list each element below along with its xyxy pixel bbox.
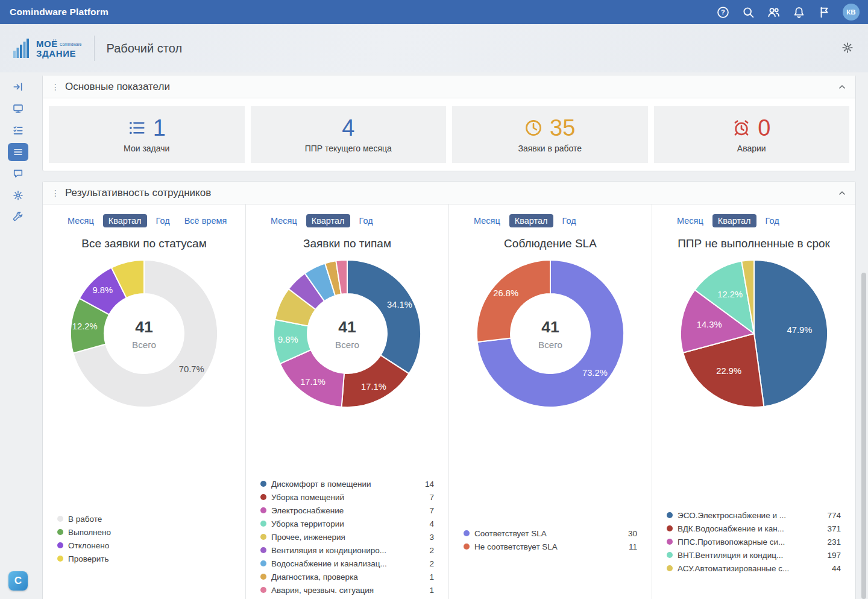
collapse-chevron-icon[interactable] (837, 188, 847, 198)
time-filter-tab[interactable]: Год (557, 214, 582, 227)
chart-slice[interactable] (477, 260, 550, 342)
scrollbar-thumb[interactable] (861, 273, 866, 599)
svg-text:?: ? (721, 8, 725, 16)
legend-item[interactable]: Диагностика, проверка1 (260, 570, 434, 583)
legend-label: Авария, чрезвыч. ситуация (271, 586, 374, 595)
flag-icon[interactable] (817, 5, 831, 19)
time-filter-tabs: МесяцКварталГодВсё время (62, 214, 231, 227)
user-avatar[interactable]: КВ (843, 4, 860, 21)
legend-item[interactable]: Проверить (57, 552, 231, 565)
donut-total-value: 41 (541, 318, 559, 336)
kpi-card-my-tasks[interactable]: 1 Мои задачи (49, 106, 245, 163)
chart-slice[interactable] (347, 260, 421, 373)
legend-item[interactable]: Не соответствует SLA11 (464, 540, 637, 553)
kpi-value: 4 (342, 116, 354, 139)
alarm-icon (732, 119, 750, 137)
legend-color-dot (57, 516, 63, 522)
legend-item[interactable]: Соответствует SLA30 (464, 527, 637, 540)
time-filter-tab[interactable]: Месяц (671, 214, 709, 227)
logo-word-bottom: ЗДАНИЕ (36, 48, 76, 59)
legend-item[interactable]: Водоснабжение и канализац...2 (260, 557, 434, 570)
app-logo[interactable]: МОЁ Comindware ЗДАНИЕ (13, 39, 82, 58)
chart-legend: В работеВыполненоОтклоненоПроверить (57, 505, 231, 565)
sidebar-item-tasks[interactable] (8, 121, 28, 139)
legend-item[interactable]: ППС.Противопожарные си...231 (667, 535, 841, 548)
kpi-label: Заявки в работе (518, 144, 582, 153)
sidebar-item-collapse[interactable] (8, 78, 28, 96)
legend-item[interactable]: Прочее, инженерия3 (260, 530, 434, 544)
legend-item[interactable]: ВНТ.Вентиляция и кондиц...197 (667, 548, 841, 562)
legend-value: 14 (414, 480, 434, 489)
legend-item[interactable]: Отклонено (57, 539, 231, 552)
collapse-chevron-icon[interactable] (837, 82, 847, 92)
time-filter-tab[interactable]: Год (354, 214, 379, 227)
sidebar-item-gear[interactable] (8, 186, 28, 204)
donut-total-label: Всего (335, 340, 359, 350)
comindware-logo-badge[interactable]: C (8, 571, 28, 591)
kpi-card-ppr-month[interactable]: 4 ППР текущего месяца (251, 106, 447, 163)
help-icon[interactable]: ? (716, 5, 729, 19)
time-filter-tab[interactable]: Квартал (306, 214, 350, 227)
time-filter-tab[interactable]: Квартал (103, 214, 147, 227)
chart-column-ppr-overdue: МесяцКварталГод ППР не выполненные в сро… (652, 204, 855, 599)
legend-item[interactable]: ЭСО.Электроснабжение и ...774 (667, 509, 841, 522)
sidebar-item-menu[interactable] (8, 143, 28, 161)
pie-chart-ppr-overdue[interactable]: 47.9%22.9%14.3%12.2% (677, 256, 831, 411)
bell-icon[interactable] (792, 5, 805, 19)
legend-color-dot (57, 556, 63, 562)
donut-chart-statuses[interactable]: 70.7%12.2%9.8%41Всего (67, 256, 221, 411)
time-filter-tab[interactable]: Месяц (468, 214, 506, 227)
time-filter-tab[interactable]: Год (760, 214, 785, 227)
legend-value: 7 (414, 506, 434, 515)
performance-panel-header: Результативность сотрудников (43, 182, 855, 204)
legend-item[interactable]: Электроснабжение7 (260, 504, 434, 517)
legend-item[interactable]: Вентиляция и кондиционирο...2 (260, 544, 434, 557)
kpi-label: Аварии (737, 144, 766, 153)
kpi-label: ППР текущего месяца (305, 144, 392, 153)
slice-percent-label: 22.9% (716, 366, 741, 376)
legend-item[interactable]: АСУ.Автоматизированные с...44 (667, 562, 841, 575)
kpi-panel-header: Основные показатели (43, 75, 855, 98)
legend-label: Диагностика, проверка (271, 572, 358, 582)
time-filter-tab[interactable]: Месяц (265, 214, 303, 227)
slice-percent-label: 70.7% (179, 364, 204, 374)
donut-chart-types[interactable]: 34.1%17.1%17.1%9.8%41Всего (270, 256, 424, 411)
donut-chart-sla[interactable]: 73.2%26.8%41Всего (473, 256, 627, 411)
sidebar-item-desktop[interactable] (8, 100, 28, 118)
legend-color-dot (260, 534, 266, 540)
sidebar-item-chat[interactable] (8, 165, 28, 183)
slice-percent-label: 47.9% (787, 325, 812, 335)
legend-color-dot (260, 547, 266, 553)
time-filter-tab[interactable]: Квартал (509, 214, 553, 227)
time-filter-tab[interactable]: Квартал (712, 214, 756, 227)
search-icon[interactable] (741, 5, 755, 19)
legend-item[interactable]: Уборка территории4 (260, 517, 434, 530)
time-filter-tab[interactable]: Всё время (179, 214, 233, 227)
kpi-card-emergencies[interactable]: 0 Аварии (654, 106, 850, 163)
legend-item[interactable]: В работе (57, 512, 231, 525)
legend-color-dot (667, 525, 673, 531)
legend-item[interactable]: Уборка помещений7 (260, 490, 434, 504)
charts-row: МесяцКварталГодВсё время Все заявки по с… (43, 204, 855, 599)
legend-item[interactable]: ВДК.Водоснабжение и кан...371 (667, 522, 841, 535)
settings-gear-icon[interactable] (841, 42, 855, 55)
kpi-cards-row: 1 Мои задачи 4 ППР текущего месяца 35 (43, 98, 855, 171)
chart-column-sla: МесяцКварталГод Соблюдение SLA 73.2%26.8… (449, 204, 652, 599)
users-icon[interactable] (767, 5, 780, 19)
time-filter-tab[interactable]: Год (151, 214, 175, 227)
legend-item[interactable]: Выполнено (57, 525, 231, 539)
drag-handle-icon[interactable] (51, 188, 60, 198)
chart-title: Заявки по типам (260, 237, 434, 250)
topbar-actions: ? КВ (716, 4, 868, 21)
performance-panel-title: Результативность сотрудников (65, 187, 211, 199)
kpi-card-requests-in-progress[interactable]: 35 Заявки в работе (452, 106, 648, 163)
legend-item[interactable]: Авария, чрезвыч. ситуация1 (260, 583, 434, 597)
legend-color-dot (667, 512, 673, 518)
chart-legend: Соответствует SLA30Не соответствует SLA1… (464, 519, 637, 553)
time-filter-tab[interactable]: Месяц (62, 214, 99, 227)
drag-handle-icon[interactable] (51, 82, 60, 92)
legend-item[interactable]: Дискомфорт в помещении14 (260, 477, 434, 490)
vertical-scrollbar (861, 72, 867, 599)
sidebar-item-wrench[interactable] (8, 208, 28, 226)
slice-percent-label: 12.2% (72, 322, 98, 331)
